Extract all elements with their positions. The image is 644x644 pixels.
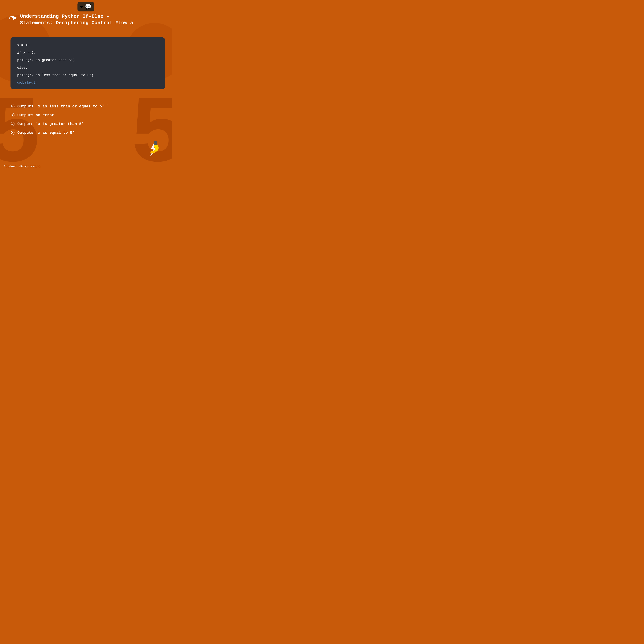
option-b: B) Outputs an error: [10, 113, 161, 118]
comment-icon: 💬: [85, 3, 92, 10]
top-icons-bar: ❤️ 💬: [77, 2, 94, 11]
option-c: C) Outputs 'x is greater than 5': [10, 122, 161, 127]
code-line-4: else:: [17, 65, 158, 70]
heart-icon: ❤️: [80, 3, 83, 10]
options-section: A) Outputs 'x is less than or equal to 5…: [10, 104, 161, 139]
hashtags: #codeaj #Programming: [4, 165, 40, 168]
bottom-logo: [144, 141, 161, 161]
svg-marker-0: [13, 16, 17, 20]
code-line-5: print('x is less than or equal to 5'): [17, 73, 158, 78]
code-line-2: if x > 5:: [17, 50, 158, 55]
code-link[interactable]: codeajay.in: [17, 81, 158, 85]
arrow-icon: [8, 14, 18, 24]
code-line-3: print('x is greater than 5'): [17, 58, 158, 63]
option-d: D) Outputs 'x is equal to 5': [10, 130, 161, 135]
title-section: Understanding Python If-Else - Statement…: [8, 13, 168, 26]
page-title: Understanding Python If-Else - Statement…: [20, 13, 133, 26]
svg-rect-2: [154, 141, 157, 145]
option-a: A) Outputs 'x is less than or equal to 5…: [10, 104, 161, 109]
code-block: x = 10 if x > 5: print('x is greater tha…: [10, 37, 165, 89]
code-line-1: x = 10: [17, 43, 158, 48]
